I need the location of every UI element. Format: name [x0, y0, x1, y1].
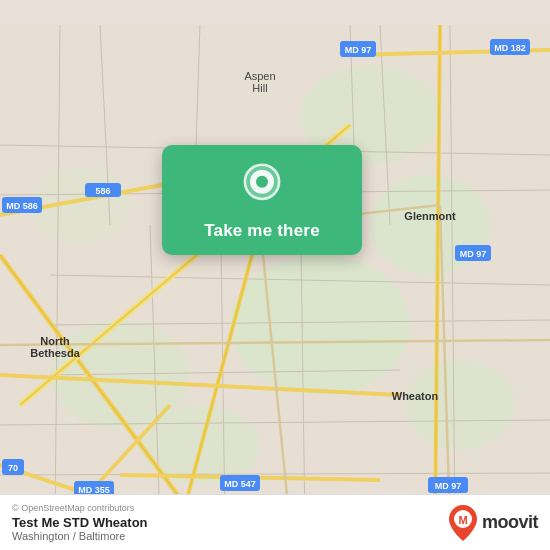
svg-text:MD 97: MD 97 [435, 481, 462, 491]
svg-text:70: 70 [8, 463, 18, 473]
svg-text:Aspen: Aspen [244, 70, 275, 82]
moovit-logo: M moovit [449, 505, 538, 541]
osm-attribution: © OpenStreetMap contributors [12, 503, 148, 513]
location-pin-icon [238, 163, 286, 211]
svg-point-1 [230, 255, 410, 395]
map-svg: Aspen Hill Glenmont North Bethesda Wheat… [0, 0, 550, 550]
bottom-bar: © OpenStreetMap contributors Test Me STD… [0, 494, 550, 550]
location-title: Test Me STD Wheaton [12, 515, 148, 530]
take-me-there-card[interactable]: Take me there [162, 145, 362, 255]
take-me-there-label: Take me there [204, 221, 320, 241]
svg-text:North: North [40, 335, 70, 347]
svg-point-68 [256, 176, 268, 188]
svg-text:586: 586 [95, 186, 110, 196]
svg-text:MD 97: MD 97 [345, 45, 372, 55]
map-container: Aspen Hill Glenmont North Bethesda Wheat… [0, 0, 550, 550]
svg-text:MD 97: MD 97 [460, 249, 487, 259]
svg-text:Hill: Hill [252, 82, 267, 94]
svg-text:Bethesda: Bethesda [30, 347, 80, 359]
bottom-left: © OpenStreetMap contributors Test Me STD… [12, 503, 148, 542]
svg-text:Wheaton: Wheaton [392, 390, 439, 402]
svg-text:MD 547: MD 547 [224, 479, 256, 489]
moovit-brand-label: moovit [482, 512, 538, 533]
moovit-pin-icon: M [449, 505, 477, 541]
svg-text:M: M [458, 514, 467, 526]
svg-text:MD 182: MD 182 [494, 43, 526, 53]
location-subtitle: Washington / Baltimore [12, 530, 148, 542]
svg-text:MD 586: MD 586 [6, 201, 38, 211]
svg-point-5 [405, 360, 515, 450]
svg-text:Glenmont: Glenmont [404, 210, 456, 222]
